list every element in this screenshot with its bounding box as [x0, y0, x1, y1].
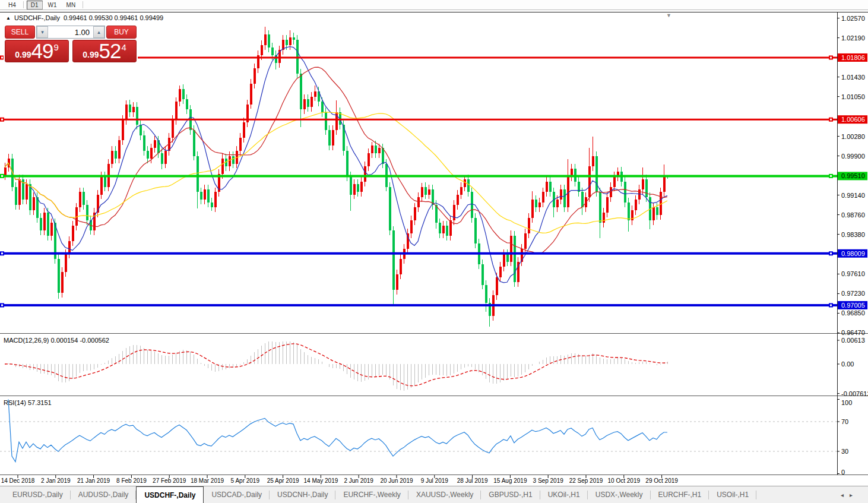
date-label: 14 Dec 2018	[1, 477, 35, 484]
macd-tick-label: 0.00	[841, 360, 854, 368]
chart-title: ▲ USDCHF-,Daily 0.99461 0.99530 0.99461 …	[6, 14, 163, 21]
candle	[58, 254, 60, 299]
date-label: 22 Sep 2019	[569, 477, 603, 484]
volume-stepper: ▾ 1.00 ▴	[36, 26, 105, 39]
chart-tab-usoil-h1[interactable]: USOil-,H1	[709, 486, 756, 503]
price-tick-label: 0.96850	[841, 309, 865, 317]
rsi-tick-label: 0	[841, 469, 845, 476]
buy-price-box[interactable]: 0.99524	[72, 40, 137, 62]
date-label: 27 Feb 2019	[153, 477, 186, 484]
date-label: 2 Jan 2019	[41, 477, 71, 484]
macd-indicator-label: MACD(12,26,9) 0.000154 -0.000562	[4, 337, 109, 344]
rsi-tick-label: 30	[841, 448, 848, 455]
tab-scroll-right-icon[interactable]: ▸	[850, 492, 853, 498]
level-axis-badge: 1.00606	[838, 115, 867, 124]
level-axis-badge: 0.97005	[838, 301, 867, 309]
price-tick-label: 1.00280	[841, 133, 865, 140]
price-tick-label: 0.99900	[841, 153, 865, 160]
chart-shift-marker-icon[interactable]: ▼	[666, 12, 671, 18]
chart-tab-xauusd-weekly[interactable]: XAUUSD-,Weekly	[408, 486, 481, 503]
candle	[471, 188, 473, 223]
candle	[389, 182, 391, 235]
collapse-panel-icon[interactable]: ▲	[6, 15, 11, 21]
chart-tab-eurchf-h1[interactable]: EURCHF-,H1	[651, 486, 709, 503]
date-label: 9 Jul 2019	[421, 477, 449, 484]
chart-tab-ukoil-h1[interactable]: UKOil-,H1	[540, 486, 588, 503]
date-label: 3 Sep 2019	[533, 477, 564, 484]
chart-tab-eurusd-daily[interactable]: EURUSD-,Daily	[5, 486, 71, 503]
sell-price-base: 0.99	[15, 50, 31, 59]
price-tick-label: 0.97610	[841, 270, 865, 277]
date-label: 8 Feb 2019	[116, 477, 147, 484]
chart-tab-eurchf-weekly[interactable]: EURCHF-,Weekly	[335, 486, 408, 503]
toolbar-separator	[23, 1, 24, 8]
one-click-trading-widget: SELL ▾ 1.00 ▴ BUY 0.99499 0.99524	[4, 24, 138, 64]
price-tick-label: 0.96470	[841, 329, 865, 336]
level-axis-badge: 0.99510	[838, 172, 867, 180]
chart-ohlc-values: 0.99461 0.99530 0.99461 0.99499	[64, 14, 163, 21]
level-axis-badge: 0.98009	[838, 249, 867, 258]
timeframe-button-h4[interactable]: H4	[4, 1, 20, 10]
sell-price-box[interactable]: 0.99499	[5, 40, 69, 62]
tab-scroll-arrows: ◂▸	[841, 486, 868, 503]
candle	[514, 231, 516, 287]
date-label: 10 Oct 2019	[608, 477, 641, 484]
date-label: 15 Aug 2019	[493, 477, 527, 484]
chart-tab-usdcad-daily[interactable]: USDCAD-,Daily	[204, 486, 270, 503]
timeframe-button-mn[interactable]: MN	[62, 1, 80, 10]
svg-text:1.01806: 1.01806	[841, 54, 865, 61]
price-tick-label: 1.01050	[841, 93, 865, 100]
volume-decrease-button[interactable]: ▾	[37, 26, 48, 38]
candle	[29, 179, 31, 214]
volume-value[interactable]: 1.00	[48, 26, 93, 38]
svg-text:0.98009: 0.98009	[841, 250, 865, 257]
sell-button[interactable]: SELL	[5, 26, 35, 39]
price-chart-canvas[interactable]: 1.025701.021901.014301.010501.002800.999…	[0, 0, 868, 503]
svg-text:0.99510: 0.99510	[841, 172, 865, 179]
date-label: 21 Jan 2019	[77, 477, 110, 484]
chart-tab-gbpusd-h1[interactable]: GBPUSD-,H1	[481, 486, 540, 503]
chart-tab-usdchf-daily[interactable]: USDCHF-,Daily	[136, 486, 204, 503]
candle	[474, 213, 477, 248]
buy-price-big: 52	[99, 40, 121, 62]
date-label: 14 May 2019	[303, 477, 338, 484]
date-label: 29 Oct 2019	[645, 477, 678, 484]
timeframe-button-w1[interactable]: W1	[44, 1, 61, 10]
price-tick-label: 1.01430	[841, 74, 865, 81]
rsi-indicator-label: RSI(14) 57.3151	[4, 399, 52, 406]
application-window: 1.025701.021901.014301.010501.002800.999…	[0, 0, 868, 503]
candle	[47, 208, 49, 241]
timeframe-toolbar: H4D1W1MN	[0, 0, 868, 10]
price-tick-label: 1.02190	[841, 34, 865, 42]
macd-tick-label: 0.00613	[841, 337, 865, 344]
buy-button[interactable]: BUY	[106, 26, 137, 39]
price-tick-label: 0.99140	[841, 192, 865, 199]
date-label: 2 Jun 2019	[344, 477, 373, 484]
chart-tab-usdx-weekly[interactable]: USDX-,Weekly	[588, 486, 651, 503]
toolbar-separator	[83, 1, 83, 8]
price-tick-label: 0.98760	[841, 211, 865, 219]
sell-price-pip: 9	[53, 42, 58, 52]
rsi-tick-label: 100	[841, 399, 852, 406]
price-tick-label: 0.97230	[841, 290, 865, 297]
price-tick-label: 1.02570	[841, 15, 865, 22]
svg-text:0.97005: 0.97005	[841, 302, 865, 309]
rsi-tick-label: 70	[841, 418, 848, 425]
date-label: 18 Mar 2019	[191, 477, 224, 484]
timeframe-button-d1[interactable]: D1	[27, 1, 43, 10]
date-label: 25 Apr 2019	[267, 477, 299, 484]
svg-text:1.00606: 1.00606	[841, 116, 865, 123]
buy-price-base: 0.99	[83, 50, 99, 59]
date-label: 5 Apr 2019	[231, 477, 260, 484]
sell-price-big: 49	[31, 40, 53, 62]
macd-tick-label: -0.007612	[841, 390, 868, 397]
candle	[595, 151, 598, 197]
price-tick-label: 0.98380	[841, 231, 865, 238]
date-label: 20 Jun 2019	[380, 477, 413, 484]
chart-tab-usdcnh-daily[interactable]: USDCNH-,Daily	[270, 486, 335, 503]
chart-tab-audusd-daily[interactable]: AUDUSD-,Daily	[71, 486, 137, 503]
tab-scroll-left-icon[interactable]: ◂	[841, 492, 844, 498]
volume-increase-button[interactable]: ▴	[93, 26, 104, 38]
date-label: 28 Jul 2019	[457, 477, 488, 484]
chart-symbol-label: USDCHF-,Daily	[14, 14, 60, 21]
